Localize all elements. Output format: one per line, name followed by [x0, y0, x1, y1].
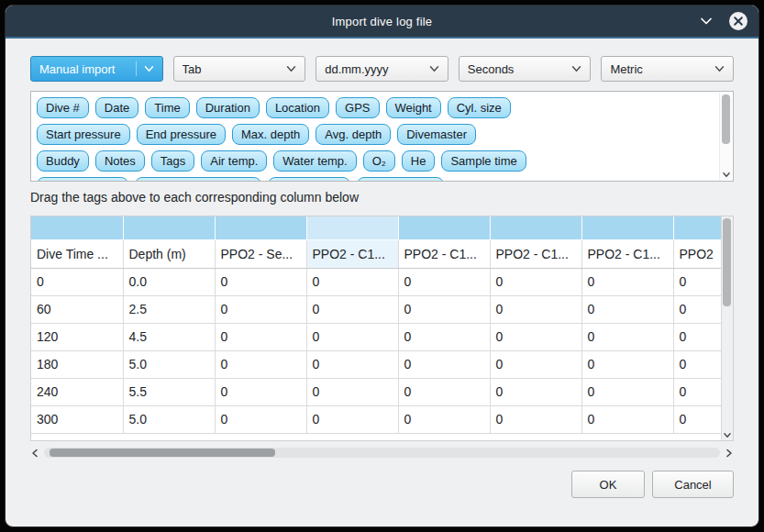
drop-target-cell[interactable]: [581, 216, 673, 239]
table-cell: 0: [398, 268, 490, 295]
chevron-down-icon: [571, 65, 581, 72]
table-horizontal-scrollbar[interactable]: [30, 446, 734, 460]
tag-chip-time[interactable]: Time: [145, 97, 189, 118]
column-header-ppo2-se[interactable]: PPO2 - Se...: [215, 239, 306, 268]
table-cell: 0: [398, 295, 490, 323]
chevron-down-icon: [722, 172, 730, 178]
drop-target-cell[interactable]: [673, 216, 721, 239]
table-cell: 0: [673, 268, 721, 295]
dropdown-selected-value: Manual import: [39, 62, 128, 76]
table-cell: 0: [215, 378, 306, 405]
tag-chip-he[interactable]: He: [402, 150, 436, 172]
table-cell: 0: [215, 268, 306, 295]
table-cell: 0.0: [123, 268, 215, 295]
column-header-ppo2-c1[interactable]: PPO2 - C1...: [306, 239, 398, 268]
chevron-down-icon: [700, 17, 713, 26]
tag-chip-avg-depth[interactable]: Avg. depth: [316, 124, 391, 145]
dropdown-separator: [136, 61, 137, 76]
titlebar: Import dive log file: [6, 6, 758, 39]
column-header-ppo2-c1[interactable]: PPO2 - C1...: [398, 239, 490, 268]
dropdown-dd-mm-yyyy[interactable]: dd.mm.yyyy: [316, 56, 448, 82]
tag-chip-sample-depth[interactable]: Sample depth: [37, 177, 128, 182]
table-vertical-scrollbar[interactable]: [721, 216, 733, 440]
tag-chip-max-depth[interactable]: Max. depth: [232, 124, 309, 145]
tag-chip-dive[interactable]: Dive #: [37, 97, 89, 118]
tag-chip-sample-po[interactable]: Sample pO₂: [268, 177, 350, 182]
table-cell: 60: [31, 295, 123, 323]
dropdown-metric[interactable]: Metric: [601, 56, 734, 82]
tag-chip-gps[interactable]: GPS: [336, 97, 379, 118]
column-header-ppo2-c1[interactable]: PPO2 - C1...: [581, 239, 673, 268]
tag-scroll-down-button[interactable]: [722, 172, 730, 178]
drag-hint-text: Drag the tags above to each correspondin…: [30, 190, 734, 208]
dropdown-seconds[interactable]: Seconds: [459, 56, 592, 82]
table-cell: 5.0: [123, 405, 215, 433]
table-row: 1805.0000000: [31, 350, 721, 378]
tag-chip-sample-time[interactable]: Sample time: [441, 150, 526, 172]
tag-scrollbar-thumb[interactable]: [722, 94, 730, 144]
table-cell: 0: [581, 323, 673, 350]
drop-target-cell[interactable]: [398, 216, 490, 239]
drop-target-cell[interactable]: [215, 216, 306, 239]
tag-chip-sample-temperature[interactable]: Sample temperature: [135, 177, 261, 182]
drop-target-cell[interactable]: [31, 216, 123, 239]
tag-chip-air-temp[interactable]: Air temp.: [201, 150, 267, 172]
dropdown-tab[interactable]: Tab: [173, 56, 306, 82]
table-cell: 0: [306, 350, 398, 378]
table-row: 00.0000000: [31, 268, 721, 295]
table-cell: 0: [581, 350, 673, 378]
tag-chip-duration[interactable]: Duration: [196, 97, 260, 118]
drop-target-cell[interactable]: [490, 216, 581, 239]
tag-row: Sample depthSample temperatureSample pO₂…: [37, 177, 713, 182]
tag-chip-water-temp[interactable]: Water temp.: [273, 150, 356, 172]
tag-chip-cyl-size[interactable]: Cyl. size: [448, 97, 511, 118]
chevron-down-icon: [724, 432, 732, 438]
tag-chip-location[interactable]: Location: [266, 97, 329, 118]
table-scroll-down-button[interactable]: [724, 432, 732, 438]
tag-chip-sample-cns[interactable]: Sample CNS: [357, 177, 444, 182]
dropdown-selected-value: Tab: [183, 62, 281, 76]
chevron-down-icon: [429, 65, 439, 72]
chevron-right-icon: [725, 449, 733, 458]
tag-chip-date[interactable]: Date: [95, 97, 138, 118]
table-cell: 0: [490, 268, 581, 295]
drop-target-cell[interactable]: [306, 216, 398, 239]
window-menu-button[interactable]: [698, 13, 714, 29]
table-row: 3005.0000000: [31, 405, 721, 433]
table-cell: 0: [398, 405, 490, 433]
tag-chip-divemaster[interactable]: Divemaster: [397, 124, 476, 145]
column-header-dive-time[interactable]: Dive Time ...: [31, 239, 123, 268]
column-header-ppo2[interactable]: PPO2: [673, 239, 721, 268]
dropdown-selected-value: Metric: [610, 62, 708, 76]
tag-chip-weight[interactable]: Weight: [386, 97, 441, 118]
tag-chip-end-pressure[interactable]: End pressure: [137, 124, 226, 145]
table-scroll-right-button[interactable]: [725, 449, 733, 458]
preview-table-widget: Dive Time ...Depth (m)PPO2 - Se...PPO2 -…: [30, 216, 734, 441]
tag-chip-start-pressure[interactable]: Start pressure: [37, 124, 130, 145]
tag-chip-o[interactable]: O₂: [363, 150, 395, 172]
dropdown-manual-import[interactable]: Manual import: [30, 56, 163, 82]
chevron-down-icon: [144, 65, 154, 72]
close-button[interactable]: [728, 11, 748, 31]
hscroll-thumb[interactable]: [50, 449, 275, 457]
ok-button[interactable]: OK: [571, 471, 645, 498]
column-header-depth-m[interactable]: Depth (m): [123, 239, 215, 268]
cancel-button[interactable]: Cancel: [652, 471, 734, 498]
table-viewport: Dive Time ...Depth (m)PPO2 - Se...PPO2 -…: [31, 216, 721, 440]
table-cell: 0: [581, 378, 673, 405]
chevron-down-icon: [714, 65, 725, 72]
table-cell: 0: [581, 405, 673, 433]
tag-scrollbar[interactable]: [719, 93, 732, 180]
table-cell: 0: [306, 405, 398, 433]
drop-target-cell[interactable]: [123, 216, 215, 239]
tag-chip-notes[interactable]: Notes: [95, 150, 145, 172]
tag-chip-tags[interactable]: Tags: [151, 150, 194, 172]
column-header-ppo2-c1[interactable]: PPO2 - C1...: [490, 239, 581, 268]
table-vscroll-thumb[interactable]: [723, 218, 731, 306]
table-cell: 0: [490, 295, 581, 323]
table-cell: 0: [306, 295, 398, 323]
table-cell: 0: [306, 378, 398, 405]
tag-chip-buddy[interactable]: Buddy: [37, 150, 89, 172]
table-row: 602.5000000: [31, 295, 721, 323]
table-scroll-left-button[interactable]: [31, 449, 39, 458]
